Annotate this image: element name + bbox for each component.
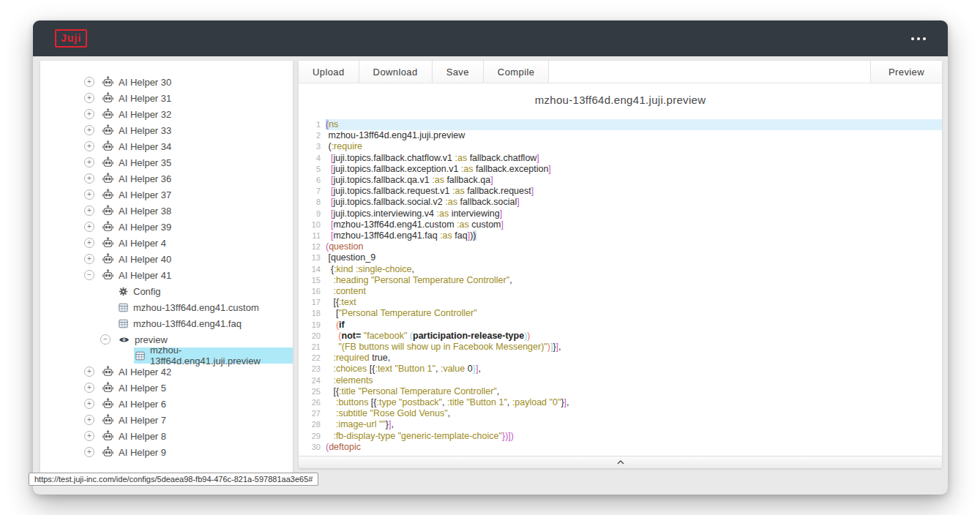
- tree-item[interactable]: +AI Helper 7: [40, 412, 293, 428]
- code-line[interactable]: 23 :choices [{:text "Button 1", :value 0…: [299, 364, 942, 375]
- tree-item[interactable]: mzhou-13ff64d.eng41.juji.preview: [40, 347, 293, 364]
- code-line[interactable]: 27 :subtitle "Rose Gold Venus",: [299, 408, 942, 419]
- tree-item-body[interactable]: Config: [117, 283, 166, 299]
- tree-item-body[interactable]: AI Helper 42: [101, 364, 176, 380]
- tree-item[interactable]: +AI Helper 32: [40, 106, 293, 122]
- download-button[interactable]: Download: [359, 61, 433, 83]
- code-line[interactable]: 14 {:kind :single-choice,: [299, 264, 942, 275]
- code-line[interactable]: 22 :required true,: [299, 353, 942, 364]
- tree-item-body[interactable]: AI Helper 39: [101, 219, 176, 235]
- tree-item[interactable]: +AI Helper 6: [40, 396, 293, 412]
- code-line[interactable]: 11 [mzhou-13ff64d.eng41.faq :as faq])): [299, 230, 942, 241]
- code-line[interactable]: 29 :fb-display-type "generic-template-ch…: [299, 431, 942, 442]
- code-line[interactable]: 12(question: [299, 241, 942, 252]
- tree-item-body[interactable]: mzhou-13ff64d.eng41.juji.preview: [134, 347, 293, 364]
- expand-plus-icon[interactable]: +: [84, 238, 94, 248]
- code-line[interactable]: 16 :content: [299, 286, 942, 297]
- expand-plus-icon[interactable]: +: [84, 189, 94, 200]
- tree-item-body[interactable]: AI Helper 8: [101, 428, 171, 444]
- tree-item-body[interactable]: AI Helper 36: [101, 170, 176, 187]
- tree-item-body[interactable]: AI Helper 40: [101, 251, 176, 267]
- tree-item[interactable]: +AI Helper 39: [40, 219, 293, 235]
- code-line[interactable]: 20 (not= "facebook" (participation-relea…: [299, 331, 942, 342]
- code-line[interactable]: 21 "(FB buttons will show up in Facebook…: [299, 342, 942, 353]
- code-line[interactable]: 8 [juji.topics.fallback.social.v2 :as fa…: [299, 197, 942, 208]
- code-line[interactable]: 2 mzhou-13ff64d.eng41.juji.preview: [299, 130, 942, 141]
- code-line[interactable]: 17 [{:text: [299, 297, 942, 308]
- code-line[interactable]: 28 :image-url ""}],: [299, 419, 942, 430]
- compile-button[interactable]: Compile: [484, 61, 549, 83]
- code-line[interactable]: 26 :buttons [{:type "postback", :title "…: [299, 397, 942, 408]
- code-line[interactable]: 1(ns: [299, 119, 942, 130]
- juji-logo[interactable]: Juji: [55, 29, 87, 48]
- tree-item-body[interactable]: AI Helper 35: [101, 154, 176, 170]
- code-line[interactable]: 9 [juji.topics.interviewing.v4 :as inter…: [299, 208, 942, 219]
- code-line[interactable]: 25 [{:title "Personal Temperature Contro…: [299, 386, 942, 397]
- code-line[interactable]: 7 [juji.topics.fallback.request.v1 :as f…: [299, 186, 942, 197]
- tree-item-body[interactable]: mzhou-13ff64d.eng41.faq: [117, 315, 247, 331]
- tree-item[interactable]: +AI Helper 40: [40, 251, 293, 267]
- tree-item[interactable]: +AI Helper 37: [40, 187, 293, 203]
- tree-item-body[interactable]: AI Helper 41: [101, 267, 176, 283]
- tree-item[interactable]: +AI Helper 30: [40, 74, 293, 90]
- tree-item[interactable]: +AI Helper 38: [40, 203, 293, 219]
- tree-item-body[interactable]: AI Helper 37: [101, 187, 176, 203]
- code-line[interactable]: 30(deftopic: [299, 442, 942, 453]
- expand-plus-icon[interactable]: +: [84, 366, 94, 377]
- expand-plus-icon[interactable]: +: [84, 431, 94, 441]
- tree-item[interactable]: Config: [40, 283, 293, 299]
- expand-plus-icon[interactable]: +: [84, 399, 94, 409]
- upload-button[interactable]: Upload: [299, 61, 359, 83]
- code-line[interactable]: 4 [juji.topics.fallback.chatflow.v1 :as …: [299, 153, 942, 164]
- tree-item[interactable]: +AI Helper 4: [40, 235, 293, 251]
- expand-plus-icon[interactable]: +: [84, 109, 94, 119]
- code-line[interactable]: 10 [mzhou-13ff64d.eng41.custom :as custo…: [299, 219, 942, 230]
- code-line[interactable]: 19 (if: [299, 320, 942, 331]
- expand-plus-icon[interactable]: +: [84, 415, 94, 425]
- tree-item-body[interactable]: AI Helper 38: [101, 203, 176, 219]
- tree-item[interactable]: +AI Helper 35: [40, 154, 293, 170]
- expand-plus-icon[interactable]: +: [84, 222, 94, 232]
- code-editor[interactable]: 1(ns2 mzhou-13ff64d.eng41.juji.preview3 …: [299, 119, 942, 456]
- tree-item-body[interactable]: AI Helper 30: [101, 74, 176, 90]
- tree-item[interactable]: +AI Helper 9: [40, 444, 293, 460]
- tree-item[interactable]: +AI Helper 33: [40, 122, 293, 138]
- tree-item-body[interactable]: AI Helper 5: [101, 380, 171, 396]
- expand-plus-icon[interactable]: +: [84, 141, 94, 151]
- expand-plus-icon[interactable]: +: [84, 447, 94, 457]
- expand-plus-icon[interactable]: +: [84, 77, 94, 87]
- code-line[interactable]: 15 :heading "Personal Temperature Contro…: [299, 275, 942, 286]
- collapse-bar[interactable]: [299, 456, 942, 468]
- code-line[interactable]: 24 :elements: [299, 375, 942, 386]
- tree-item-body[interactable]: mzhou-13ff64d.eng41.custom: [117, 299, 264, 315]
- expand-plus-icon[interactable]: +: [84, 206, 94, 216]
- tree-item[interactable]: mzhou-13ff64d.eng41.custom: [40, 299, 293, 315]
- expand-plus-icon[interactable]: +: [84, 173, 94, 184]
- code-line[interactable]: 6 [juji.topics.fallback.qa.v1 :as fallba…: [299, 175, 942, 186]
- collapse-minus-icon[interactable]: −: [84, 270, 94, 280]
- expand-plus-icon[interactable]: +: [84, 383, 94, 393]
- code-line[interactable]: 5 [juji.topics.fallback.exception.v1 :as…: [299, 164, 942, 175]
- tree-item[interactable]: mzhou-13ff64d.eng41.faq: [40, 315, 293, 331]
- tree-item[interactable]: +AI Helper 31: [40, 90, 293, 106]
- tree-item[interactable]: +AI Helper 36: [40, 170, 293, 187]
- preview-button[interactable]: Preview: [870, 61, 942, 83]
- expand-plus-icon[interactable]: +: [84, 254, 94, 264]
- tree-item[interactable]: +AI Helper 34: [40, 138, 293, 154]
- ellipsis-icon[interactable]: [911, 37, 926, 40]
- tree-item-body[interactable]: AI Helper 9: [101, 444, 171, 460]
- tree-item[interactable]: +AI Helper 8: [40, 428, 293, 444]
- tree-item-body[interactable]: AI Helper 7: [101, 412, 171, 428]
- tree-item[interactable]: +AI Helper 5: [40, 380, 293, 396]
- tree-item-body[interactable]: AI Helper 6: [101, 396, 171, 412]
- code-line[interactable]: 3 (:require: [299, 141, 942, 152]
- save-button[interactable]: Save: [433, 61, 484, 83]
- code-line[interactable]: 13 [question_9: [299, 252, 942, 263]
- tree-item[interactable]: −AI Helper 41: [40, 267, 293, 283]
- tree-item-body[interactable]: AI Helper 33: [101, 122, 176, 138]
- tree-item-body[interactable]: AI Helper 31: [101, 90, 176, 106]
- tree-item-body[interactable]: AI Helper 32: [101, 106, 176, 122]
- code-line[interactable]: 18 ["Personal Temperature Controller": [299, 308, 942, 319]
- tree-item-body[interactable]: AI Helper 4: [101, 235, 171, 251]
- collapse-minus-icon[interactable]: −: [100, 334, 111, 345]
